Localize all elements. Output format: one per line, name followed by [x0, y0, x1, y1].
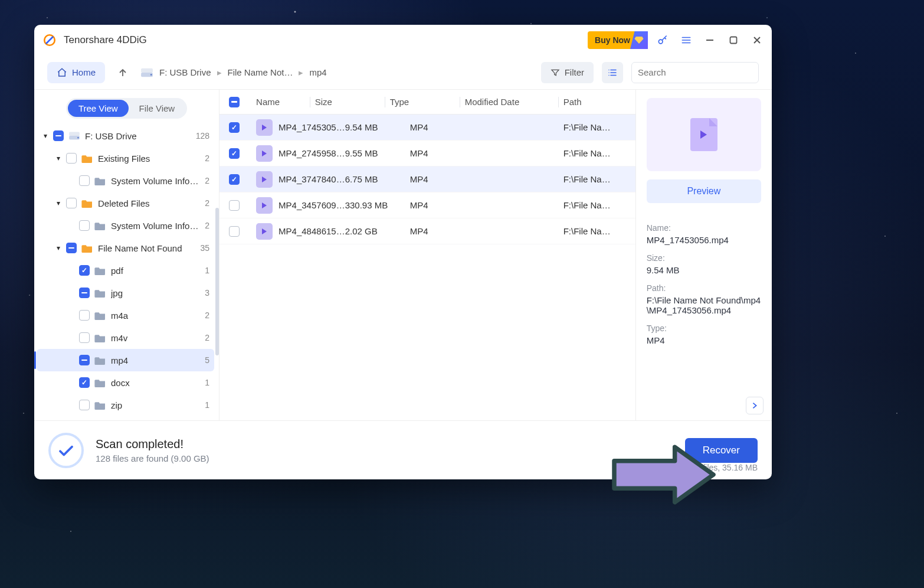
menu-icon[interactable] [679, 32, 694, 48]
tree-twist-icon[interactable] [66, 355, 77, 365]
tree-checkbox[interactable] [79, 377, 90, 388]
tree-checkbox[interactable] [79, 220, 90, 231]
filter-button[interactable]: Filter [541, 62, 594, 83]
col-name[interactable]: Name [254, 97, 305, 107]
tree-item[interactable]: mp45 [37, 349, 214, 371]
tree-label: File Name Not Found [98, 243, 201, 253]
folder-icon [94, 355, 106, 365]
tree-item[interactable]: m4a2 [37, 304, 214, 326]
status-text: Scan completed! 128 files are found (9.0… [96, 437, 209, 463]
tree-checkbox[interactable] [79, 332, 90, 343]
tree-item[interactable]: jpg3 [37, 282, 214, 304]
scan-complete-icon [48, 433, 84, 468]
close-button[interactable] [749, 32, 765, 48]
tree-twist-icon[interactable] [66, 288, 77, 298]
tree-twist-icon[interactable] [66, 332, 77, 343]
search-input[interactable] [638, 67, 750, 77]
file-path: F:\File Na… [563, 200, 628, 210]
select-all-checkbox[interactable] [229, 97, 240, 107]
tree-count: 2 [205, 311, 211, 320]
home-button[interactable]: Home [47, 62, 105, 83]
tree-twist-icon[interactable]: ▾ [40, 130, 51, 141]
tree-label: System Volume Info… [111, 221, 205, 231]
tree-item[interactable]: docx1 [37, 371, 214, 394]
tree-checkbox[interactable] [79, 400, 90, 410]
crumb-leaf[interactable]: mp4 [309, 67, 326, 77]
tree-checkbox[interactable] [66, 153, 77, 164]
file-size: 9.54 MB [345, 122, 410, 132]
row-checkbox[interactable] [229, 226, 240, 237]
meta-size-label: Size: [647, 253, 761, 263]
col-modified-date[interactable]: Modified Date [465, 97, 553, 107]
tree-twist-icon[interactable]: ▾ [53, 243, 64, 253]
tree-label: pdf [111, 266, 205, 276]
tree-twist-icon[interactable] [66, 377, 77, 388]
view-tabs: Tree View File View [66, 98, 187, 119]
row-checkbox[interactable] [229, 174, 240, 185]
tab-tree-view[interactable]: Tree View [68, 100, 129, 117]
tree-checkbox[interactable] [66, 243, 77, 253]
diamond-icon [634, 35, 644, 45]
crumb-folder[interactable]: File Name Not… [228, 67, 293, 77]
crumb-drive[interactable]: F: USB Drive [159, 67, 211, 77]
tree-twist-icon[interactable] [66, 175, 77, 186]
video-icon [256, 223, 273, 240]
preview-button[interactable]: Preview [647, 179, 761, 203]
tree-item[interactable]: m4v2 [37, 326, 214, 349]
recover-button[interactable]: Recover [685, 438, 758, 463]
tree-item[interactable]: ▾F: USB Drive128 [37, 125, 214, 147]
tree-label: mp4 [111, 355, 205, 365]
minimize-button[interactable] [702, 32, 717, 48]
col-path[interactable]: Path [563, 97, 628, 107]
col-size[interactable]: Size [315, 97, 380, 107]
up-button[interactable] [113, 63, 132, 82]
status-subtitle: 128 files are found (9.00 GB) [96, 453, 209, 463]
tree-twist-icon[interactable] [66, 400, 77, 410]
tree-checkbox[interactable] [79, 355, 90, 365]
tree-item[interactable]: ▾Deleted Files2 [37, 192, 214, 214]
tree-twist-icon[interactable]: ▾ [53, 153, 64, 164]
svg-rect-2 [730, 37, 737, 44]
tree-checkbox[interactable] [79, 265, 90, 276]
key-icon[interactable] [655, 32, 670, 48]
tree-label: docx [111, 378, 205, 388]
tree-twist-icon[interactable] [66, 265, 77, 276]
maximize-button[interactable] [726, 32, 741, 48]
tree-checkbox[interactable] [79, 288, 90, 298]
tree-item[interactable]: System Volume Info…2 [37, 169, 214, 192]
tree-twist-icon[interactable]: ▾ [53, 198, 64, 208]
table-row[interactable]: MP4_1745305…9.54 MBMP4F:\File Na… [219, 115, 635, 141]
list-view-button[interactable] [602, 62, 623, 83]
col-type[interactable]: Type [390, 97, 455, 107]
folder-icon [94, 175, 106, 186]
tree-item[interactable]: ▾File Name Not Found35 [37, 237, 214, 259]
tree-checkbox[interactable] [79, 175, 90, 186]
row-checkbox[interactable] [229, 200, 240, 211]
row-checkbox[interactable] [229, 122, 240, 133]
tab-file-view[interactable]: File View [129, 100, 186, 117]
folder-icon [68, 130, 80, 141]
table-row[interactable]: MP4_3457609…330.93 MBMP4F:\File Na… [219, 192, 635, 218]
file-path: F:\File Na… [563, 122, 628, 132]
tree-count: 2 [205, 176, 211, 185]
tree-item[interactable]: pdf1 [37, 259, 214, 282]
buy-now-button[interactable]: Buy Now [588, 31, 647, 49]
buy-now-label: Buy Now [595, 35, 630, 45]
search-box[interactable] [631, 62, 759, 83]
tree-item[interactable]: System Volume Info…2 [37, 214, 214, 237]
filter-label: Filter [565, 67, 584, 77]
tree-checkbox[interactable] [66, 198, 77, 208]
tree-checkbox[interactable] [79, 310, 90, 321]
table-row[interactable]: MP4_3747840…6.75 MBMP4F:\File Na… [219, 166, 635, 192]
tree-item[interactable]: zip1 [37, 394, 214, 416]
row-checkbox[interactable] [229, 148, 240, 159]
expand-panel-button[interactable] [746, 397, 764, 414]
tree-item[interactable]: ▾Existing Files2 [37, 147, 214, 169]
table-row[interactable]: MP4_2745958…9.55 MBMP4F:\File Na… [219, 141, 635, 166]
sidebar-scrollbar[interactable] [215, 208, 219, 355]
tree-checkbox[interactable] [53, 130, 64, 141]
tree-twist-icon[interactable] [66, 220, 77, 231]
tree-twist-icon[interactable] [66, 310, 77, 321]
app-title: Tenorshare 4DDiG [64, 34, 147, 46]
table-row[interactable]: MP4_4848615…2.02 GBMP4F:\File Na… [219, 218, 635, 244]
